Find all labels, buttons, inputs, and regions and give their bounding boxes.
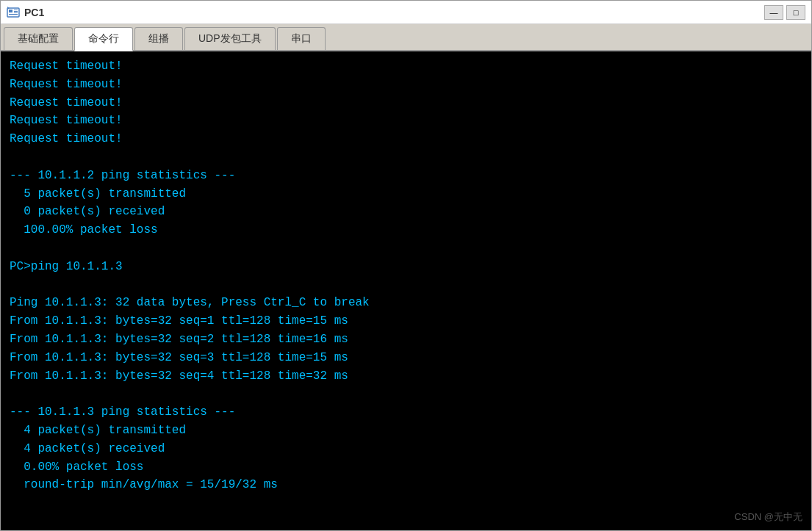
main-window: PC1 — □ 基础配置 命令行 组播 UDP发包工具 串口 Request t… <box>0 0 812 531</box>
svg-rect-5 <box>9 14 18 15</box>
svg-rect-4 <box>14 12 18 13</box>
tab-udp-tool[interactable]: UDP发包工具 <box>184 27 276 50</box>
svg-marker-6 <box>7 7 10 10</box>
terminal-content: Request timeout! Request timeout! Reques… <box>10 57 802 494</box>
tabs-bar: 基础配置 命令行 组播 UDP发包工具 串口 <box>1 24 811 51</box>
tab-serial[interactable]: 串口 <box>277 27 326 50</box>
svg-rect-2 <box>14 10 18 10</box>
svg-rect-3 <box>14 11 18 12</box>
maximize-button[interactable]: □ <box>786 5 805 20</box>
tab-multicast[interactable]: 组播 <box>134 27 183 50</box>
window-icon <box>7 6 20 19</box>
title-bar: PC1 — □ <box>1 1 811 24</box>
svg-rect-1 <box>9 10 12 12</box>
watermark: CSDN @无中无 <box>734 510 802 524</box>
minimize-button[interactable]: — <box>764 5 783 20</box>
tab-basic-config[interactable]: 基础配置 <box>4 27 73 50</box>
window-title: PC1 <box>24 7 44 18</box>
window-controls: — □ <box>764 5 805 20</box>
terminal-output[interactable]: Request timeout! Request timeout! Reques… <box>1 51 811 530</box>
tab-command-line[interactable]: 命令行 <box>74 27 133 51</box>
title-bar-left: PC1 <box>7 6 44 19</box>
